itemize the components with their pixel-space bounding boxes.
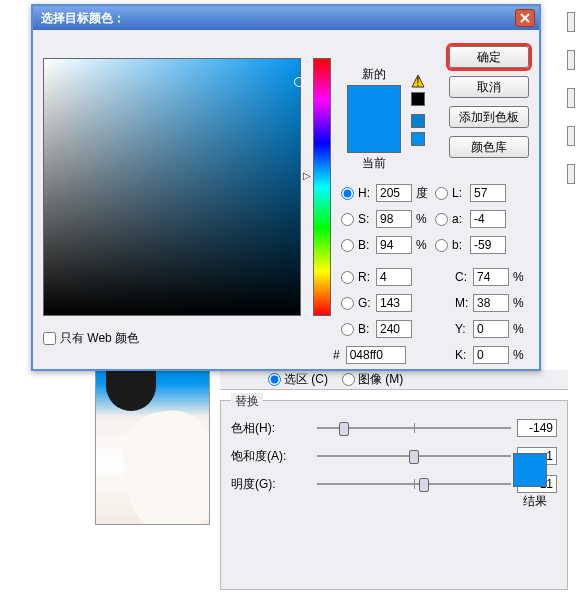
color-libraries-button[interactable]: 颜色库 [449, 136, 529, 158]
color-preview: 新的 当前 [347, 66, 401, 172]
new-label: 新的 [347, 66, 401, 83]
lb-radio[interactable] [435, 239, 448, 252]
hex-row: # 048ff0 [333, 346, 406, 364]
bg-rect [567, 164, 575, 184]
h-input[interactable]: 205 [376, 184, 412, 202]
light-label: 明度(G): [231, 476, 311, 493]
bl-radio[interactable] [341, 323, 354, 336]
color-field[interactable] [43, 58, 301, 316]
g-radio[interactable] [341, 297, 354, 310]
hue-value[interactable]: -149 [517, 419, 557, 437]
y-label: Y: [455, 322, 469, 336]
result-swatch[interactable] [513, 453, 547, 487]
m-input[interactable]: 38 [473, 294, 509, 312]
L-input[interactable]: 57 [470, 184, 506, 202]
s-radio[interactable] [341, 213, 354, 226]
lb-input[interactable]: -59 [470, 236, 506, 254]
s-label: S: [358, 212, 372, 226]
bg-rect [567, 50, 575, 70]
m-row: M:38% [455, 290, 529, 316]
L-label: L: [452, 186, 466, 200]
hue-slider[interactable] [317, 419, 511, 437]
preview-mode-row: 选区 (C) 图像 (M) [220, 370, 568, 390]
s-input[interactable]: 98 [376, 210, 412, 228]
light-slider[interactable] [317, 475, 511, 493]
preview-swatch[interactable] [347, 85, 401, 153]
websafe-swatch[interactable] [411, 132, 425, 146]
cancel-button[interactable]: 取消 [449, 76, 529, 98]
gamut-warning-icon[interactable]: ! [411, 74, 425, 88]
websafe-warning-icon[interactable] [411, 114, 425, 128]
y-row: Y:0% [455, 316, 529, 342]
c-unit: % [513, 270, 529, 284]
y-input[interactable]: 0 [473, 320, 509, 338]
radio-selection[interactable]: 选区 (C) [268, 371, 328, 388]
color-picker-dialog: 选择目标颜色： ▷ 新的 当前 ! 确定 取消 添加到色板 颜色库 H:20 [31, 4, 541, 371]
bg-rect [567, 12, 575, 32]
close-button[interactable] [515, 9, 535, 27]
b-radio[interactable] [341, 239, 354, 252]
bl-input[interactable]: 240 [376, 320, 412, 338]
a-label: a: [452, 212, 466, 226]
h-label: H: [358, 186, 372, 200]
c-label: C: [455, 270, 469, 284]
lb-row: b:-59 [435, 232, 506, 258]
hue-label: 色相(H): [231, 420, 311, 437]
a-radio[interactable] [435, 213, 448, 226]
r-input[interactable]: 4 [376, 268, 412, 286]
s-row: S:98% [341, 206, 432, 232]
s-unit: % [416, 212, 432, 226]
close-icon [520, 13, 530, 23]
radio-selection-input[interactable] [268, 373, 281, 386]
sat-slider[interactable] [317, 447, 511, 465]
b-input[interactable]: 94 [376, 236, 412, 254]
hue-pointer-icon: ▷ [303, 170, 311, 181]
m-unit: % [513, 296, 529, 310]
gamut-swatch[interactable] [411, 92, 425, 106]
hue-strip[interactable] [313, 58, 331, 316]
y-unit: % [513, 322, 529, 336]
radio-image-label: 图像 (M) [358, 371, 403, 388]
current-label: 当前 [347, 155, 401, 172]
svg-text:!: ! [416, 75, 419, 88]
k-row: K:0% [455, 342, 529, 368]
web-only-input[interactable] [43, 332, 56, 345]
k-input[interactable]: 0 [473, 346, 509, 364]
m-label: M: [455, 296, 469, 310]
bl-row: B:240 [341, 316, 432, 342]
b-unit: % [416, 238, 432, 252]
r-row: R:4 [341, 264, 432, 290]
sat-label: 饱和度(A): [231, 448, 311, 465]
bl-label: B: [358, 322, 372, 336]
h-row: H:205度 [341, 180, 432, 206]
titlebar[interactable]: 选择目标颜色： [33, 6, 539, 30]
add-swatches-button[interactable]: 添加到色板 [449, 106, 529, 128]
bg-rect [567, 126, 575, 146]
r-radio[interactable] [341, 271, 354, 284]
h-radio[interactable] [341, 187, 354, 200]
web-only-label: 只有 Web 颜色 [60, 330, 139, 347]
color-field-cursor [294, 77, 304, 87]
radio-image[interactable]: 图像 (M) [342, 371, 403, 388]
h-unit: 度 [416, 185, 432, 202]
bg-rect [567, 88, 575, 108]
photo-preview [95, 370, 210, 525]
g-row: G:143 [341, 290, 432, 316]
a-input[interactable]: -4 [470, 210, 506, 228]
sat-row: 饱和度(A): -1 [231, 447, 557, 465]
c-input[interactable]: 74 [473, 268, 509, 286]
g-label: G: [358, 296, 372, 310]
radio-image-input[interactable] [342, 373, 355, 386]
hex-input[interactable]: 048ff0 [346, 346, 406, 364]
ok-button[interactable]: 确定 [449, 46, 529, 68]
dialog-title: 选择目标颜色： [41, 10, 125, 27]
result-label: 结果 [523, 493, 547, 510]
b-row: B:94% [341, 232, 432, 258]
web-only-checkbox[interactable]: 只有 Web 颜色 [43, 330, 139, 347]
g-input[interactable]: 143 [376, 294, 412, 312]
replace-group: 替换 色相(H): -149 饱和度(A): -1 明度(G): +11 结果 [220, 400, 568, 590]
L-radio[interactable] [435, 187, 448, 200]
k-unit: % [513, 348, 529, 362]
replace-legend: 替换 [231, 393, 263, 410]
radio-selection-label: 选区 (C) [284, 371, 328, 388]
